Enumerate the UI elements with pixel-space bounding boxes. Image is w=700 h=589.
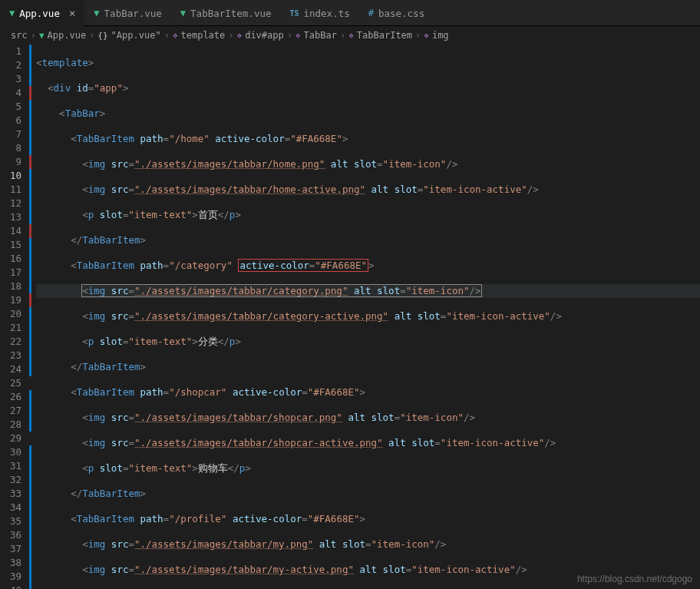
tab-label: base.css bbox=[378, 8, 424, 19]
chevron-right-icon: › bbox=[415, 30, 421, 41]
hash-icon: # bbox=[368, 8, 374, 18]
code-line-active[interactable]: <img src="./assets/images/tabbar/categor… bbox=[36, 284, 700, 298]
breadcrumb: src › ▼ App.vue › {} "App.vue" › ⋄ templ… bbox=[0, 26, 700, 45]
code-line[interactable]: </TabBarItem> bbox=[36, 487, 700, 501]
code-line[interactable]: <p slot="item-text">分类</p> bbox=[36, 335, 700, 349]
code-content[interactable]: <template> <div id="app"> <TabBar> <TabB… bbox=[31, 45, 700, 589]
crumb-tabbaritem[interactable]: ⋄ TabBarItem bbox=[348, 30, 412, 41]
crumb-img[interactable]: ⋄ img bbox=[424, 30, 448, 41]
vue-icon: ▼ bbox=[94, 8, 99, 18]
tab-base-css[interactable]: # base.css bbox=[359, 0, 434, 26]
highlight-box: active-color="#FA668E" bbox=[238, 259, 368, 272]
crumb-template[interactable]: ⋄ template bbox=[173, 30, 225, 41]
chevron-right-icon: › bbox=[164, 30, 170, 41]
code-line[interactable]: <p slot="item-text">首页</p> bbox=[36, 208, 700, 222]
code-line[interactable]: <TabBarItem path="/profile" active-color… bbox=[36, 512, 700, 526]
code-line[interactable]: </TabBarItem> bbox=[36, 360, 700, 374]
code-line[interactable]: <img src="./assets/images/tabbar/home.pn… bbox=[36, 157, 700, 171]
code-line[interactable]: <img src="./assets/images/tabbar/my.png"… bbox=[36, 538, 700, 551]
tab-tabbar-vue[interactable]: ▼ TabBar.vue bbox=[84, 0, 171, 26]
code-line[interactable]: <template> bbox=[36, 56, 700, 70]
braces-icon: {} bbox=[97, 31, 107, 41]
code-editor[interactable]: 1 2 3 4 5 6 7 8 9 10 11 12 13 14 15 16 1… bbox=[0, 45, 700, 589]
code-icon: ⋄ bbox=[237, 31, 243, 41]
code-line[interactable]: <img src="./assets/images/tabbar/categor… bbox=[36, 309, 700, 323]
code-icon: ⋄ bbox=[424, 31, 429, 41]
chevron-right-icon: › bbox=[340, 30, 345, 41]
tab-label: TabBar.vue bbox=[104, 8, 162, 19]
code-line[interactable]: <img src="./assets/images/tabbar/home-ac… bbox=[36, 183, 700, 197]
code-icon: ⋄ bbox=[348, 31, 354, 41]
code-line[interactable]: <TabBarItem path="/shopcar" active-color… bbox=[36, 385, 700, 399]
code-line[interactable]: <TabBar> bbox=[36, 107, 700, 121]
vue-icon: ▼ bbox=[9, 8, 15, 18]
crumb-src[interactable]: src bbox=[11, 30, 28, 41]
ts-icon: TS bbox=[289, 9, 299, 18]
crumb-div[interactable]: ⋄ div#app bbox=[237, 30, 284, 41]
chevron-right-icon: › bbox=[31, 30, 36, 41]
tab-index-ts[interactable]: TS index.ts bbox=[280, 0, 358, 26]
tab-label: index.ts bbox=[304, 8, 350, 19]
crumb-app-vue[interactable]: ▼ App.vue bbox=[39, 30, 86, 41]
chevron-right-icon: › bbox=[89, 30, 94, 41]
code-line[interactable]: <img src="./assets/images/tabbar/shopcar… bbox=[36, 436, 700, 450]
crumb-scope[interactable]: {} "App.vue" bbox=[97, 30, 160, 41]
tab-label: App.vue bbox=[19, 8, 60, 19]
code-icon: ⋄ bbox=[173, 31, 178, 41]
code-line[interactable]: <div id="app"> bbox=[36, 81, 700, 95]
tab-label: TabBarItem.vue bbox=[190, 8, 271, 19]
tab-tabbaritem-vue[interactable]: ▼ TabBarItem.vue bbox=[171, 0, 281, 26]
vue-icon: ▼ bbox=[39, 31, 45, 41]
close-icon[interactable]: × bbox=[69, 7, 75, 19]
code-line[interactable]: <TabBarItem path="/category" active-colo… bbox=[36, 259, 700, 273]
crumb-tabbar[interactable]: ⋄ TabBar bbox=[296, 30, 337, 41]
code-line[interactable]: </TabBarItem> bbox=[36, 233, 700, 247]
code-line[interactable]: <p slot="item-text">购物车</p> bbox=[36, 462, 700, 475]
code-icon: ⋄ bbox=[296, 31, 301, 41]
chevron-right-icon: › bbox=[287, 30, 292, 41]
vue-icon: ▼ bbox=[180, 8, 186, 18]
watermark: https://blog.csdn.net/cdgogo bbox=[577, 574, 692, 584]
code-line[interactable]: <TabBarItem path="/home" active-color="#… bbox=[36, 132, 700, 146]
tab-app-vue[interactable]: ▼ App.vue × bbox=[0, 0, 84, 26]
line-gutter: 1 2 3 4 5 6 7 8 9 10 11 12 13 14 15 16 1… bbox=[0, 45, 29, 589]
chevron-right-icon: › bbox=[228, 30, 233, 41]
code-line[interactable]: <img src="./assets/images/tabbar/shopcar… bbox=[36, 411, 700, 425]
editor-tabs: ▼ App.vue × ▼ TabBar.vue ▼ TabBarItem.vu… bbox=[0, 0, 700, 26]
